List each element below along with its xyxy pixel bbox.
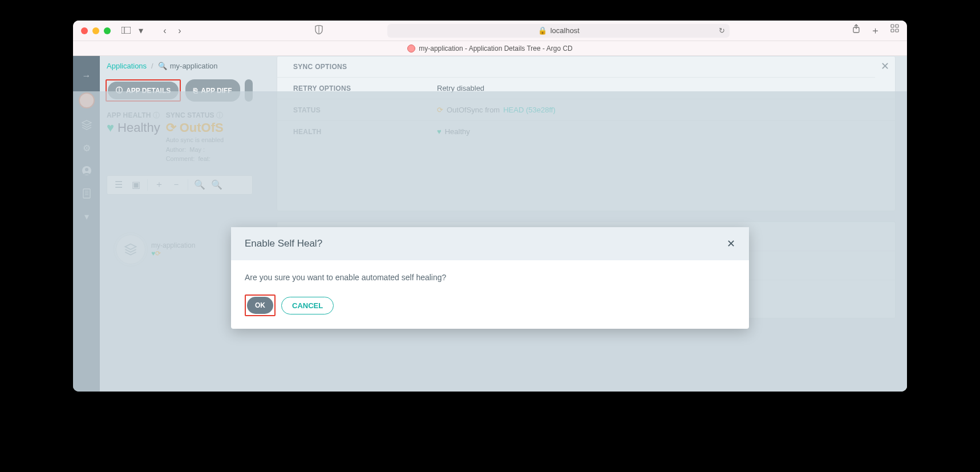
modal-body: Are you sure you want to enable automate… bbox=[231, 260, 749, 295]
tab-title: my-application - Application Details Tre… bbox=[419, 45, 572, 53]
breadcrumb-root[interactable]: Applications bbox=[107, 62, 147, 70]
traffic-lights bbox=[81, 27, 111, 34]
tab-title-bar: my-application - Application Details Tre… bbox=[73, 41, 907, 56]
highlight-ok-button: OK bbox=[245, 295, 276, 316]
share-icon[interactable] bbox=[852, 24, 860, 37]
row-sync-options: SYNC OPTIONS bbox=[277, 57, 875, 78]
modal-ok-button[interactable]: OK bbox=[247, 297, 273, 314]
breadcrumb: Applications / 🔍 my-application bbox=[100, 56, 260, 76]
shield-icon[interactable] bbox=[314, 25, 324, 37]
svg-rect-6 bbox=[896, 29, 898, 32]
svg-rect-3 bbox=[891, 25, 894, 27]
breadcrumb-separator: / bbox=[151, 62, 153, 70]
minimize-window-icon[interactable] bbox=[92, 27, 99, 34]
breadcrumb-current: 🔍 my-application bbox=[158, 62, 218, 70]
search-icon: 🔍 bbox=[158, 62, 167, 70]
address-bar[interactable]: 🔒 localhost ↻ bbox=[387, 24, 730, 38]
new-tab-icon[interactable]: ＋ bbox=[870, 24, 880, 37]
sidebar-toggle-icon[interactable] bbox=[121, 26, 131, 36]
maximize-window-icon[interactable] bbox=[104, 27, 111, 34]
browser-window: ▾ ‹ › 🔒 localhost ↻ ＋ my-application - A… bbox=[73, 21, 907, 392]
nav-back-icon[interactable]: ‹ bbox=[160, 26, 170, 36]
lock-icon: 🔒 bbox=[538, 26, 547, 35]
modal-close-icon[interactable]: ✕ bbox=[727, 237, 735, 250]
svg-rect-0 bbox=[122, 27, 131, 34]
collapse-rail-icon[interactable]: → bbox=[80, 70, 93, 82]
close-panel-icon[interactable]: ✕ bbox=[875, 57, 895, 76]
app-root: → ⚙ ▾ Applications / 🔍 my-ap bbox=[73, 56, 907, 392]
confirm-modal: Enable Self Heal? ✕ Are you sure you wan… bbox=[231, 227, 749, 329]
breadcrumb-current-label: my-application bbox=[170, 62, 218, 70]
argo-favicon-icon bbox=[407, 45, 415, 53]
svg-rect-4 bbox=[896, 25, 898, 27]
titlebar-right: ＋ bbox=[852, 24, 899, 37]
modal-title: Enable Self Heal? bbox=[245, 238, 322, 249]
address-text: localhost bbox=[550, 26, 580, 35]
chevron-down-icon[interactable]: ▾ bbox=[136, 25, 146, 36]
sync-options-label: SYNC OPTIONS bbox=[293, 63, 437, 71]
close-window-icon[interactable] bbox=[81, 27, 88, 34]
modal-actions: OK CANCEL bbox=[231, 295, 749, 329]
modal-cancel-button[interactable]: CANCEL bbox=[281, 297, 334, 314]
nav-forward-icon[interactable]: › bbox=[175, 26, 185, 36]
reload-icon[interactable]: ↻ bbox=[719, 26, 725, 35]
svg-rect-5 bbox=[891, 29, 894, 32]
mac-titlebar: ▾ ‹ › 🔒 localhost ↻ ＋ bbox=[73, 21, 907, 41]
modal-header: Enable Self Heal? ✕ bbox=[231, 227, 749, 260]
tab-overview-icon[interactable] bbox=[890, 24, 899, 37]
